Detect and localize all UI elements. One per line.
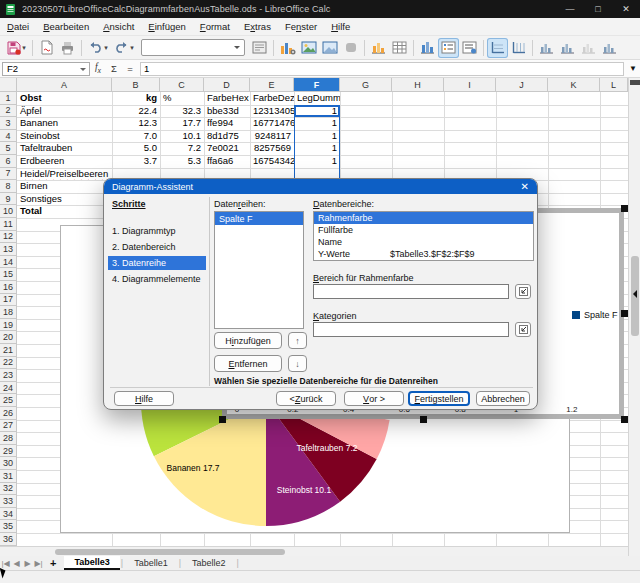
row-header-33[interactable]: 33 [0, 495, 17, 508]
column-header-L[interactable]: L [600, 78, 628, 92]
row-header-1[interactable]: 1 [0, 92, 17, 105]
row-header-10[interactable]: 10 [0, 205, 17, 218]
column-header-E[interactable]: E [250, 78, 294, 92]
column-header-J[interactable]: J [496, 78, 548, 92]
resize-handle[interactable] [420, 416, 427, 423]
insert-image-alt-button[interactable] [319, 38, 340, 58]
row-header-23[interactable]: 23 [0, 369, 17, 382]
cell-D6[interactable]: ffa6a6 [204, 155, 250, 168]
remove-series-button[interactable]: Entfernen [214, 355, 282, 372]
chart-variant-1-button[interactable] [536, 38, 557, 58]
select-chart-element[interactable] [141, 39, 245, 56]
cancel-button[interactable]: Abbrechen [476, 391, 530, 406]
maximize-icon[interactable]: □ [584, 0, 612, 18]
row-header-35[interactable]: 35 [0, 520, 17, 533]
redo-button[interactable]: ▾ [111, 38, 137, 58]
row-header-16[interactable]: 16 [0, 281, 17, 294]
row-header-32[interactable]: 32 [0, 483, 17, 496]
cell-D1[interactable]: FarbeHex [204, 92, 250, 105]
row-header-12[interactable]: 12 [0, 231, 17, 244]
cell-B6[interactable]: 3.7 [112, 155, 160, 168]
column-header-F[interactable]: F [294, 78, 340, 92]
wizard-step-4[interactable]: 4. Diagrammelemente [108, 272, 206, 286]
row-header-4[interactable]: 4 [0, 130, 17, 143]
chart-type-button[interactable] [277, 38, 298, 58]
add-series-button[interactable]: Hinzufügen [214, 332, 282, 349]
row-header-19[interactable]: 19 [0, 319, 17, 332]
cell-C5[interactable]: 7.2 [160, 142, 204, 155]
data-range-item[interactable]: Y-Werte$Tabelle3.$F$2:$F$9 [314, 248, 533, 260]
cell-B5[interactable]: 5.0 [112, 142, 160, 155]
row-header-14[interactable]: 14 [0, 256, 17, 269]
sheet-nav-previous-icon[interactable]: ◀ [11, 559, 22, 568]
row-header-29[interactable]: 29 [0, 445, 17, 458]
cell-D5[interactable]: 7e0021 [204, 142, 250, 155]
row-header-31[interactable]: 31 [0, 470, 17, 483]
cell-A2[interactable]: Äpfel [17, 105, 127, 118]
cell-E1[interactable]: FarbeDez [250, 92, 294, 105]
column-header-A[interactable]: A [17, 78, 112, 92]
row-header-7[interactable]: 7 [0, 168, 17, 181]
legend-toggle-button[interactable] [438, 38, 459, 58]
cell-A1[interactable]: Obst [17, 92, 127, 105]
chart-variant-3-button[interactable] [578, 38, 599, 58]
sum-icon[interactable]: Σ [106, 63, 122, 74]
cell-B1[interactable]: kg [112, 92, 160, 105]
row-header-18[interactable]: 18 [0, 306, 17, 319]
cell-D4[interactable]: 8d1d75 [204, 130, 250, 143]
row-header-30[interactable]: 30 [0, 457, 17, 470]
format-selection-button[interactable] [249, 38, 270, 58]
cell-A3[interactable]: Bananen [17, 117, 127, 130]
data-range-item[interactable]: Name [314, 236, 533, 248]
categories-input[interactable] [313, 322, 509, 337]
dialog-close-icon[interactable]: ✕ [521, 181, 529, 192]
resize-handle[interactable] [621, 416, 628, 423]
row-header-25[interactable]: 25 [0, 394, 17, 407]
help-button[interactable]: Hilfe [114, 391, 174, 406]
menu-ansicht[interactable]: Ansicht [96, 19, 141, 34]
sheet-nav-last-icon[interactable]: ▶| [33, 559, 44, 568]
menu-datei[interactable]: Datei [0, 19, 36, 34]
chart-variant-2-button[interactable] [557, 38, 578, 58]
dropdown-caret-icon[interactable]: ▾ [104, 44, 108, 52]
horizontal-scrollbar-thumb[interactable] [55, 549, 285, 555]
row-header-8[interactable]: 8 [0, 180, 17, 193]
cell-B4[interactable]: 7.0 [112, 130, 160, 143]
cell-C2[interactable]: 32.3 [160, 105, 204, 118]
next-button[interactable]: Vor > [344, 391, 404, 406]
resize-handle[interactable] [219, 416, 226, 423]
cell-E3[interactable]: 16771476 [250, 117, 294, 130]
menu-format[interactable]: Format [193, 19, 237, 34]
row-header-17[interactable]: 17 [0, 294, 17, 307]
cell-D3[interactable]: ffe994 [204, 117, 250, 130]
equals-icon[interactable]: = [122, 63, 138, 74]
cell-C6[interactable]: 5.3 [160, 155, 204, 168]
cell-C1[interactable]: % [160, 92, 204, 105]
menu-extras[interactable]: Extras [237, 19, 278, 34]
print-button[interactable] [57, 38, 78, 58]
chart-area-button[interactable] [417, 38, 438, 58]
move-down-icon[interactable]: ↓ [288, 355, 307, 372]
row-header-11[interactable]: 11 [0, 218, 17, 231]
cell-B3[interactable]: 12.3 [112, 117, 160, 130]
row-header-9[interactable]: 9 [0, 193, 17, 206]
column-header-K[interactable]: K [548, 78, 600, 92]
ranges-listbox[interactable]: RahmenfarbeFüllfarbeNameY-Werte$Tabelle3… [313, 211, 534, 261]
series-list-item[interactable]: Spalte F [215, 212, 303, 225]
back-button[interactable]: < Zurück [276, 391, 336, 406]
data-table-button[interactable] [368, 38, 389, 58]
formula-input[interactable]: 1 [140, 62, 624, 76]
close-icon[interactable]: ✕ [612, 0, 640, 18]
column-header-H[interactable]: H [392, 78, 444, 92]
undo-button[interactable]: ▾ [85, 38, 111, 58]
cell-E4[interactable]: 9248117 [250, 130, 294, 143]
insert-image-button[interactable] [298, 38, 319, 58]
menu-bearbeiten[interactable]: Bearbeiten [36, 19, 96, 34]
wizard-step-3[interactable]: 3. Datenreihe [108, 256, 206, 270]
shape-button[interactable] [340, 38, 361, 58]
function-wizard-icon[interactable]: fx [90, 62, 106, 75]
cell-D2[interactable]: bbe33d [204, 105, 250, 118]
menu-einfgen[interactable]: Einfügen [141, 19, 193, 34]
row-header-36[interactable]: 36 [0, 533, 17, 546]
finish-button[interactable]: Fertigstellen [408, 391, 470, 406]
